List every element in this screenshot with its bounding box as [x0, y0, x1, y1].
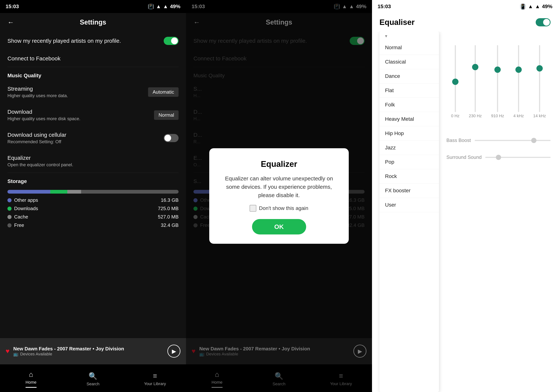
slider-thumb-4[interactable]: [536, 65, 543, 72]
status-bar-3: 15:03 📳 ▲ ▲ 49%: [372, 0, 558, 13]
streaming-value[interactable]: Automatic: [148, 87, 179, 97]
dot-downloads: [8, 207, 11, 211]
signal-icon-3: ▲: [535, 4, 540, 9]
status-icons-1: 📳 ▲ ▲ 49%: [148, 4, 180, 10]
surround-sound-thumb[interactable]: [496, 155, 501, 160]
wifi-icon: ▲: [156, 4, 161, 9]
music-quality-header: Music Quality: [8, 67, 179, 80]
legend-value-free: 32.4 GB: [161, 222, 179, 228]
facebook-item[interactable]: Connect to Facebook: [8, 50, 179, 67]
settings-content-1: Show my recently played artists on my pr…: [0, 32, 186, 338]
nav-search-label-1: Search: [87, 382, 99, 386]
slider-track-2[interactable]: [497, 45, 498, 112]
legend-free: Free 32.4 GB: [8, 222, 179, 228]
heart-icon-1[interactable]: ♥: [6, 347, 9, 355]
facebook-label: Connect to Facebook: [8, 55, 179, 62]
eq-body: ▾ Normal Classical Dance Flat Folk Heavy…: [372, 32, 558, 392]
slider-230hz: 230 Hz: [469, 45, 482, 118]
slider-track-3[interactable]: [518, 45, 519, 112]
eq-toggle[interactable]: [536, 18, 550, 26]
home-icon-1: ⌂: [29, 370, 33, 378]
bottom-nav-1: ⌂ Home 🔍 Search ≡ Your Library: [0, 364, 186, 392]
cellular-row: Download using cellular Recommended Sett…: [8, 126, 179, 150]
cellular-left: Download using cellular Recommended Sett…: [8, 132, 66, 144]
battery-icon: 49%: [170, 4, 180, 9]
legend-label-other-apps: Other apps: [14, 197, 38, 203]
slider-thumb-0[interactable]: [452, 79, 459, 85]
download-value[interactable]: Normal: [154, 110, 179, 120]
nav-search-1[interactable]: 🔍 Search: [62, 370, 124, 386]
download-label: Download: [8, 109, 80, 115]
eq-option-fx-booster[interactable]: FX booster: [379, 183, 439, 198]
eq-option-classical[interactable]: Classical: [379, 55, 439, 69]
bass-boost-thumb[interactable]: [531, 138, 536, 143]
eq-option-jazz[interactable]: Jazz: [379, 141, 439, 155]
slider-14khz: 14 kHz: [533, 45, 546, 118]
download-sublabel: Higher quality uses more disk space.: [8, 116, 80, 121]
eq-option-user[interactable]: User: [379, 198, 439, 212]
surround-sound-slider[interactable]: [485, 157, 550, 158]
streaming-left: Streaming Higher quality uses more data.: [8, 86, 68, 98]
slider-thumb-3[interactable]: [515, 67, 522, 73]
settings-header-1: ← Settings: [0, 13, 186, 32]
slider-thumb-2[interactable]: [494, 67, 501, 73]
status-bar-1: 15:03 📳 ▲ ▲ 49%: [0, 0, 186, 13]
dot-free: [8, 223, 11, 227]
modal-checkbox[interactable]: [250, 205, 256, 212]
cellular-label: Download using cellular: [8, 132, 66, 138]
cellular-toggle[interactable]: [164, 134, 179, 142]
equalizer-label: Equalizer: [8, 155, 179, 161]
legend-cache: Cache 527.0 MB: [8, 214, 179, 220]
panel-settings: 15:03 📳 ▲ ▲ 49% ← Settings Show my recen…: [0, 0, 186, 392]
back-button-1[interactable]: ←: [8, 18, 14, 26]
panel-equaliser: 15:03 📳 ▲ ▲ 49% Equaliser ▾ Normal Class…: [372, 0, 558, 392]
cast-icon: 📺: [13, 352, 18, 357]
eq-toggle-knob: [543, 19, 550, 26]
download-left: Download Higher quality uses more disk s…: [8, 109, 80, 121]
eq-option-pop[interactable]: Pop: [379, 155, 439, 169]
eq-option-heavy-metal[interactable]: Heavy Metal: [379, 112, 439, 126]
slider-label-3: 4 kHz: [513, 114, 524, 118]
profile-toggle[interactable]: [164, 37, 179, 45]
surround-sound-row: Surround Sound: [446, 152, 550, 162]
track-title-1: New Dawn Fades - 2007 Remaster • Joy Div…: [13, 346, 164, 352]
slider-track-1[interactable]: [475, 45, 476, 112]
play-button-1[interactable]: ▶: [167, 345, 180, 358]
slider-track-0[interactable]: [455, 45, 456, 112]
devices-label-1: Devices Available: [20, 352, 52, 357]
slider-label-0: 0 Hz: [451, 114, 459, 118]
panel-settings-modal: 15:03 📳 ▲ ▲ 49% ← Settings Show my recen…: [186, 0, 372, 392]
library-icon-1: ≡: [153, 372, 157, 380]
modal-ok-button[interactable]: OK: [252, 219, 306, 234]
slider-4khz: 4 kHz: [513, 45, 524, 118]
storage-cache: [67, 190, 81, 194]
equalizer-item[interactable]: Equalizer Open the equalizer control pan…: [8, 150, 179, 173]
slider-track-4[interactable]: [539, 45, 540, 112]
profile-toggle-left: Show my recently played artists on my pr…: [8, 38, 121, 44]
eq-title: Equaliser: [379, 18, 415, 27]
legend-label-free: Free: [14, 222, 24, 228]
storage-downloads: [50, 190, 67, 194]
vibrate-icon: 📳: [148, 4, 154, 10]
modal-body: Equalizer can alter volume unexpectedly …: [220, 174, 338, 199]
eq-option-rock[interactable]: Rock: [379, 169, 439, 183]
cellular-knob: [165, 135, 171, 141]
bass-boost-row: Bass Boost: [446, 136, 550, 145]
nav-library-1[interactable]: ≡ Your Library: [124, 370, 186, 386]
storage-free: [81, 190, 179, 194]
eq-option-hip-hop[interactable]: Hip Hop: [379, 126, 439, 141]
eq-option-flat[interactable]: Flat: [379, 83, 439, 98]
bass-boost-slider[interactable]: [475, 140, 550, 141]
dropdown-arrow[interactable]: ▾: [379, 32, 439, 41]
legend-label-cache: Cache: [14, 214, 28, 220]
eq-option-folk[interactable]: Folk: [379, 98, 439, 112]
eq-freq-sliders: 0 Hz 230 Hz 910 Hz: [446, 35, 550, 128]
eq-option-normal[interactable]: Normal: [379, 41, 439, 55]
cellular-sublabel: Recommended Setting: Off: [8, 139, 66, 144]
dot-cache: [8, 215, 11, 219]
legend-value-cache: 527.0 MB: [158, 214, 179, 220]
nav-home-1[interactable]: ⌂ Home: [0, 369, 62, 388]
eq-option-dance[interactable]: Dance: [379, 69, 439, 83]
slider-thumb-1[interactable]: [472, 64, 478, 70]
slider-0hz: 0 Hz: [451, 45, 459, 118]
